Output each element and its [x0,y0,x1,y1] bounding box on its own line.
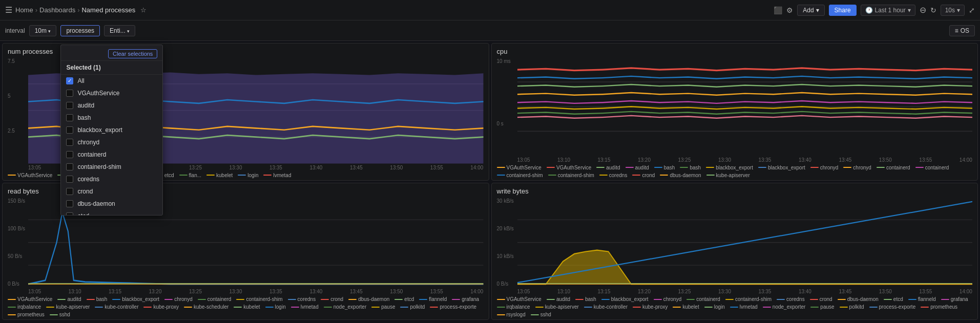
legend-item: chronyd [810,165,839,170]
legend-color [673,307,681,308]
item-checkbox[interactable] [66,176,73,183]
legend-color [601,299,610,300]
legend-item: VGAuthService [497,165,541,170]
dropdown-item[interactable]: dbus-daemon [61,198,162,210]
time-range-picker[interactable]: 🕐 Last 1 hour ▾ [861,5,915,16]
dropdown-item[interactable]: chronyd [61,136,162,148]
legend-item: dbus-daemon [838,296,879,302]
dropdown-item[interactable]: crond [61,185,162,198]
item-checkbox[interactable] [66,212,73,215]
item-label: containerd-shim [77,163,121,170]
legend-item: auditd [596,165,620,170]
gear-icon[interactable]: ⚙ [786,6,793,14]
legend-color [908,299,916,300]
legend-color [112,299,120,300]
breadcrumb-sep2: › [77,6,79,14]
item-checkbox[interactable] [66,200,73,207]
legend-color [400,307,408,308]
dropdown-item[interactable]: bash [61,112,162,124]
interval-value: 10m [35,27,47,34]
legend-color [777,299,785,300]
add-button[interactable]: Add ▾ [797,5,824,16]
interval-button[interactable]: 10m ▾ [29,25,57,36]
legend-item: lvmetad [263,173,291,178]
breadcrumb-home[interactable]: Home [15,6,33,14]
cpu-x-axis: 13:05 13:10 13:15 13:20 13:25 13:30 13:3… [497,156,973,163]
item-checkbox[interactable] [66,151,73,158]
dropdown-item[interactable]: coredns [61,173,162,185]
legend-color [531,314,539,315]
clear-selections-button[interactable]: Clear selections [108,49,157,58]
legend-color [497,314,505,315]
processes-button[interactable]: processes [60,25,100,36]
item-checkbox[interactable] [66,90,73,97]
processes-dropdown: Clear selections Selected (1) All VGAuth… [60,45,163,216]
legend-color [915,167,924,168]
legend-item: kube-apiserver [46,304,90,310]
write-bytes-title: write bytes [497,187,973,195]
star-icon[interactable]: ☆ [140,6,147,14]
legend-item: flanneld [419,296,447,302]
item-checkbox[interactable] [66,114,73,121]
legend-item: containerd-shim [548,173,594,178]
dropdown-item[interactable]: containerd [61,148,162,161]
dropdown-item[interactable]: VGAuthService [61,87,162,99]
topbar-left: ☰ Home › Dashboards › Named processes ☆ [5,5,769,15]
processes-filter-container: processes Clear selections Selected (1) … [60,25,100,36]
legend-color [706,167,714,168]
item-label: bash [77,114,91,121]
all-checkbox[interactable] [66,77,73,84]
item-checkbox[interactable] [66,102,73,109]
legend-color [184,307,192,308]
legend-color [596,167,604,168]
item-checkbox[interactable] [66,139,73,146]
legend-item: auditd [57,296,81,302]
expand-icon[interactable]: ⤢ [969,6,975,14]
legend-color [236,299,244,300]
legend-item: pause [371,304,395,310]
dropdown-all-item[interactable]: All [61,75,162,87]
share-button[interactable]: Share [829,5,857,16]
dropdown-scroll[interactable]: VGAuthService auditd bash blackbox_expor… [61,87,162,215]
os-button[interactable]: ≡ OS [949,25,975,36]
dropdown-item[interactable]: auditd [61,99,162,112]
legend-item: VGAuthService [8,296,52,302]
entity-button[interactable]: Enti... ▾ [104,25,135,36]
dropdown-item[interactable]: etcd [61,210,162,215]
legend-item: kubelet [673,304,699,310]
legend-item: lvmetad [291,304,319,310]
legend-color [179,175,187,176]
save-icon[interactable]: ⬛ [774,6,782,14]
item-checkbox[interactable] [66,163,73,170]
legend-item: kube-proxy [633,304,668,310]
refresh-interval-picker[interactable]: 10s ▾ [941,5,965,16]
menu-icon: ≡ [955,27,958,34]
legend-color [57,299,66,300]
write-bytes-panel: write bytes 30 kB/s 20 kB/s 10 kB/s 0 B/… [491,183,978,320]
legend-item: grafana [941,296,968,302]
breadcrumb-dashboards[interactable]: Dashboards [39,6,75,14]
dropdown-item[interactable]: containerd-shim [61,161,162,173]
cpu-y-axis: 10 ms 0 s [497,57,517,156]
legend-item: containerd [915,165,949,170]
legend-color [291,307,299,308]
item-checkbox[interactable] [66,126,73,134]
legend-color [584,307,592,308]
legend-color [575,299,583,300]
clock-icon: 🕐 [865,7,873,14]
cpu-chart-inner [517,57,973,156]
entity-chevron: ▾ [127,29,130,34]
legend-item: login [265,304,286,310]
legend-color [725,299,734,300]
dropdown-item[interactable]: blackbox_export [61,124,162,136]
legend-item: prometheus [921,304,957,310]
hamburger-icon[interactable]: ☰ [5,5,12,15]
legend-color [810,307,819,308]
legend-item: bash [87,296,108,302]
legend-color [704,307,713,308]
refresh-icon[interactable]: ↻ [930,6,936,14]
legend-color [234,307,242,308]
item-checkbox[interactable] [66,188,73,195]
zoom-out-icon[interactable]: ⊖ [920,5,926,15]
legend-color [632,175,640,176]
